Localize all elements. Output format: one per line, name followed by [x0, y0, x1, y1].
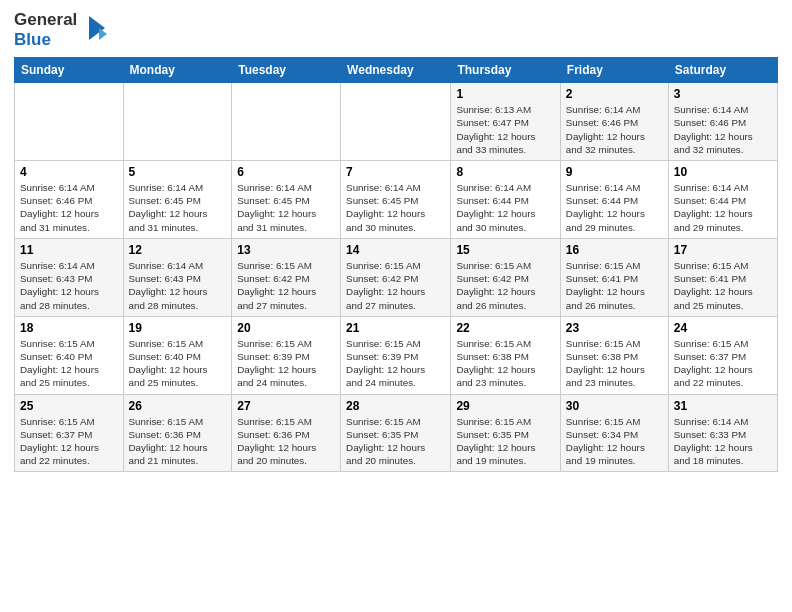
day-cell: 29Sunrise: 6:15 AM Sunset: 6:35 PM Dayli… [451, 394, 560, 472]
day-cell: 23Sunrise: 6:15 AM Sunset: 6:38 PM Dayli… [560, 316, 668, 394]
day-info: Sunrise: 6:15 AM Sunset: 6:42 PM Dayligh… [346, 259, 445, 312]
day-number: 10 [674, 165, 772, 179]
logo: General Blue [14, 10, 113, 49]
day-info: Sunrise: 6:15 AM Sunset: 6:37 PM Dayligh… [20, 415, 118, 468]
week-row-4: 18Sunrise: 6:15 AM Sunset: 6:40 PM Dayli… [15, 316, 778, 394]
day-cell: 8Sunrise: 6:14 AM Sunset: 6:44 PM Daylig… [451, 160, 560, 238]
day-number: 19 [129, 321, 227, 335]
day-info: Sunrise: 6:15 AM Sunset: 6:38 PM Dayligh… [456, 337, 554, 390]
day-cell: 28Sunrise: 6:15 AM Sunset: 6:35 PM Dayli… [341, 394, 451, 472]
day-cell [341, 83, 451, 161]
day-cell: 11Sunrise: 6:14 AM Sunset: 6:43 PM Dayli… [15, 238, 124, 316]
day-number: 25 [20, 399, 118, 413]
day-cell: 3Sunrise: 6:14 AM Sunset: 6:46 PM Daylig… [668, 83, 777, 161]
day-cell: 7Sunrise: 6:14 AM Sunset: 6:45 PM Daylig… [341, 160, 451, 238]
day-info: Sunrise: 6:14 AM Sunset: 6:43 PM Dayligh… [129, 259, 227, 312]
col-header-saturday: Saturday [668, 58, 777, 83]
day-number: 13 [237, 243, 335, 257]
day-number: 17 [674, 243, 772, 257]
day-cell: 14Sunrise: 6:15 AM Sunset: 6:42 PM Dayli… [341, 238, 451, 316]
day-info: Sunrise: 6:14 AM Sunset: 6:45 PM Dayligh… [129, 181, 227, 234]
day-cell: 30Sunrise: 6:15 AM Sunset: 6:34 PM Dayli… [560, 394, 668, 472]
day-info: Sunrise: 6:15 AM Sunset: 6:35 PM Dayligh… [346, 415, 445, 468]
day-number: 12 [129, 243, 227, 257]
day-cell: 16Sunrise: 6:15 AM Sunset: 6:41 PM Dayli… [560, 238, 668, 316]
day-cell: 1Sunrise: 6:13 AM Sunset: 6:47 PM Daylig… [451, 83, 560, 161]
day-info: Sunrise: 6:15 AM Sunset: 6:36 PM Dayligh… [237, 415, 335, 468]
day-number: 27 [237, 399, 335, 413]
day-number: 31 [674, 399, 772, 413]
logo-blue: Blue [14, 30, 77, 50]
day-info: Sunrise: 6:15 AM Sunset: 6:35 PM Dayligh… [456, 415, 554, 468]
col-header-tuesday: Tuesday [232, 58, 341, 83]
day-info: Sunrise: 6:14 AM Sunset: 6:45 PM Dayligh… [237, 181, 335, 234]
day-number: 21 [346, 321, 445, 335]
day-info: Sunrise: 6:15 AM Sunset: 6:39 PM Dayligh… [346, 337, 445, 390]
day-number: 3 [674, 87, 772, 101]
week-row-2: 4Sunrise: 6:14 AM Sunset: 6:46 PM Daylig… [15, 160, 778, 238]
col-header-sunday: Sunday [15, 58, 124, 83]
day-info: Sunrise: 6:14 AM Sunset: 6:33 PM Dayligh… [674, 415, 772, 468]
day-info: Sunrise: 6:15 AM Sunset: 6:34 PM Dayligh… [566, 415, 663, 468]
day-cell: 25Sunrise: 6:15 AM Sunset: 6:37 PM Dayli… [15, 394, 124, 472]
logo-icon [81, 12, 113, 48]
day-cell: 31Sunrise: 6:14 AM Sunset: 6:33 PM Dayli… [668, 394, 777, 472]
day-number: 20 [237, 321, 335, 335]
day-cell: 17Sunrise: 6:15 AM Sunset: 6:41 PM Dayli… [668, 238, 777, 316]
day-cell: 2Sunrise: 6:14 AM Sunset: 6:46 PM Daylig… [560, 83, 668, 161]
day-info: Sunrise: 6:15 AM Sunset: 6:37 PM Dayligh… [674, 337, 772, 390]
day-info: Sunrise: 6:15 AM Sunset: 6:36 PM Dayligh… [129, 415, 227, 468]
day-cell: 12Sunrise: 6:14 AM Sunset: 6:43 PM Dayli… [123, 238, 232, 316]
col-header-monday: Monday [123, 58, 232, 83]
day-number: 2 [566, 87, 663, 101]
day-cell: 13Sunrise: 6:15 AM Sunset: 6:42 PM Dayli… [232, 238, 341, 316]
day-info: Sunrise: 6:14 AM Sunset: 6:45 PM Dayligh… [346, 181, 445, 234]
day-info: Sunrise: 6:14 AM Sunset: 6:46 PM Dayligh… [20, 181, 118, 234]
main-container: General Blue SundayMondayTues [0, 0, 792, 612]
day-number: 24 [674, 321, 772, 335]
day-number: 22 [456, 321, 554, 335]
day-cell: 18Sunrise: 6:15 AM Sunset: 6:40 PM Dayli… [15, 316, 124, 394]
day-info: Sunrise: 6:14 AM Sunset: 6:44 PM Dayligh… [566, 181, 663, 234]
day-info: Sunrise: 6:15 AM Sunset: 6:42 PM Dayligh… [456, 259, 554, 312]
day-info: Sunrise: 6:15 AM Sunset: 6:42 PM Dayligh… [237, 259, 335, 312]
day-info: Sunrise: 6:15 AM Sunset: 6:38 PM Dayligh… [566, 337, 663, 390]
day-number: 15 [456, 243, 554, 257]
day-info: Sunrise: 6:13 AM Sunset: 6:47 PM Dayligh… [456, 103, 554, 156]
day-cell: 6Sunrise: 6:14 AM Sunset: 6:45 PM Daylig… [232, 160, 341, 238]
day-cell: 24Sunrise: 6:15 AM Sunset: 6:37 PM Dayli… [668, 316, 777, 394]
day-cell: 4Sunrise: 6:14 AM Sunset: 6:46 PM Daylig… [15, 160, 124, 238]
day-cell: 5Sunrise: 6:14 AM Sunset: 6:45 PM Daylig… [123, 160, 232, 238]
day-number: 8 [456, 165, 554, 179]
week-row-1: 1Sunrise: 6:13 AM Sunset: 6:47 PM Daylig… [15, 83, 778, 161]
calendar-table: SundayMondayTuesdayWednesdayThursdayFrid… [14, 57, 778, 472]
day-number: 16 [566, 243, 663, 257]
day-cell: 9Sunrise: 6:14 AM Sunset: 6:44 PM Daylig… [560, 160, 668, 238]
day-number: 4 [20, 165, 118, 179]
header-row: SundayMondayTuesdayWednesdayThursdayFrid… [15, 58, 778, 83]
header: General Blue [14, 10, 778, 49]
day-number: 26 [129, 399, 227, 413]
day-cell [123, 83, 232, 161]
col-header-wednesday: Wednesday [341, 58, 451, 83]
day-number: 5 [129, 165, 227, 179]
day-cell: 22Sunrise: 6:15 AM Sunset: 6:38 PM Dayli… [451, 316, 560, 394]
day-cell: 10Sunrise: 6:14 AM Sunset: 6:44 PM Dayli… [668, 160, 777, 238]
day-number: 11 [20, 243, 118, 257]
day-cell: 26Sunrise: 6:15 AM Sunset: 6:36 PM Dayli… [123, 394, 232, 472]
day-cell: 20Sunrise: 6:15 AM Sunset: 6:39 PM Dayli… [232, 316, 341, 394]
day-number: 7 [346, 165, 445, 179]
svg-marker-1 [99, 28, 107, 40]
day-info: Sunrise: 6:15 AM Sunset: 6:41 PM Dayligh… [674, 259, 772, 312]
day-cell [232, 83, 341, 161]
day-info: Sunrise: 6:15 AM Sunset: 6:39 PM Dayligh… [237, 337, 335, 390]
col-header-thursday: Thursday [451, 58, 560, 83]
day-number: 1 [456, 87, 554, 101]
day-cell: 19Sunrise: 6:15 AM Sunset: 6:40 PM Dayli… [123, 316, 232, 394]
day-info: Sunrise: 6:14 AM Sunset: 6:46 PM Dayligh… [566, 103, 663, 156]
day-info: Sunrise: 6:14 AM Sunset: 6:46 PM Dayligh… [674, 103, 772, 156]
day-number: 9 [566, 165, 663, 179]
day-cell [15, 83, 124, 161]
day-number: 23 [566, 321, 663, 335]
day-info: Sunrise: 6:15 AM Sunset: 6:40 PM Dayligh… [20, 337, 118, 390]
